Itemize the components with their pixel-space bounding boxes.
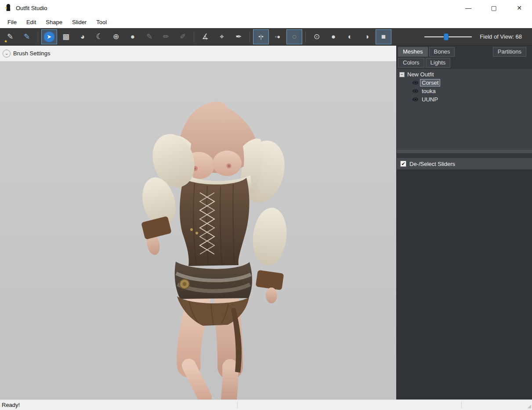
smooth-blob-icon: ● [130, 33, 135, 40]
field-of-view-slider[interactable] [424, 32, 472, 41]
move-icon: ⊕ [113, 33, 119, 40]
solid-sphere-icon: ● [331, 33, 336, 40]
pen-icon: ✒ [235, 33, 242, 40]
toggle-segment-mode[interactable]: ■ [376, 29, 391, 44]
tool-new-project[interactable]: ✎ ★ [2, 29, 18, 44]
brush-blue-icon: ✎ [24, 33, 30, 40]
tree-root-label: New Outfit [407, 71, 434, 78]
weight-brush-icon: ✎ [146, 33, 152, 40]
brush-settings-label: Brush Settings [13, 50, 51, 57]
outfit-model-render [0, 62, 396, 399]
toggle-ghost-mode[interactable]: ◑ [359, 29, 375, 44]
lit-sphere-icon: ◐ [348, 33, 352, 40]
tabs-row-2: Colors Lights [397, 57, 532, 68]
toolbar: ✎ ★ ✎ ➤ ▩ ◕ ☾ ⊕ ● ✎ ✏ ✐ ∡ ⌖ ✒ •|• ◦● [0, 28, 532, 46]
visibility-eye-icon[interactable] [412, 89, 419, 94]
close-button[interactable]: ✕ [507, 0, 532, 16]
tree-root-new-outfit[interactable]: − New Outfit [399, 71, 529, 78]
menu-slider[interactable]: Slider [67, 17, 91, 27]
sliders-list-area[interactable] [397, 169, 532, 399]
tool-alpha-brush[interactable]: ✐ [175, 29, 191, 44]
window-controls: — ▢ ✕ [456, 0, 532, 16]
panel-gap [397, 153, 532, 158]
alpha-brush-icon: ✐ [180, 33, 186, 40]
tree-item-uunp[interactable]: UUNP [412, 96, 529, 103]
deselect-sliders-label: De-/Select Sliders [409, 161, 455, 167]
tree-item-corset[interactable]: Corset [412, 79, 529, 86]
tree-item-touka[interactable]: touka [412, 88, 529, 94]
menu-tool[interactable]: Tool [91, 17, 112, 27]
toggle-lighting[interactable]: ◐ [342, 29, 358, 44]
deselect-sliders-checkbox[interactable]: ✔ [400, 161, 406, 167]
maximize-button[interactable]: ▢ [481, 0, 507, 16]
resize-grip-icon[interactable]: ◢ [528, 403, 531, 409]
deflate-crescent-icon: ☾ [96, 33, 102, 40]
pin-icon: ⌖ [220, 33, 224, 40]
mirror-icon: •|• [258, 34, 264, 40]
tree-item-label: UUNP [420, 96, 439, 103]
tool-smooth-brush[interactable]: ● [125, 29, 141, 44]
right-panel: Meshes Bones Partitions Colors Lights − … [397, 46, 532, 399]
tree-horizontal-scrollbar[interactable] [397, 150, 532, 153]
compass-icon: ∡ [202, 33, 208, 40]
menu-bar: File Edit Shape Slider Tool [0, 16, 532, 28]
minimize-button[interactable]: — [456, 0, 481, 16]
tree-item-label: Corset [420, 79, 440, 86]
field-of-view-label: Field of View: 68 [480, 33, 522, 40]
3d-canvas[interactable] [0, 62, 396, 399]
tool-select[interactable]: ➤ [41, 29, 57, 44]
brush-settings-header[interactable]: ⌄ Brush Settings [0, 46, 396, 61]
window-title: Outfit Studio [16, 5, 47, 11]
status-text: Ready! [2, 402, 20, 408]
status-bar: Ready! ◢ [0, 399, 532, 410]
cube-icon: ■ [381, 33, 386, 40]
tool-deflate-brush[interactable]: ☾ [91, 29, 107, 44]
viewport-3d: ⌄ Brush Settings [0, 46, 397, 399]
tool-load-project[interactable]: ✎ [19, 29, 35, 44]
toggle-connected-only[interactable]: ◦● [270, 29, 286, 44]
tab-colors[interactable]: Colors [398, 58, 424, 68]
tab-meshes[interactable]: Meshes [398, 47, 428, 57]
star-badge-icon: ★ [4, 39, 7, 43]
tab-bones[interactable]: Bones [429, 47, 455, 57]
two-spheres-icon: ◦● [275, 34, 280, 40]
mesh-tree: − New Outfit Corset touka UUNP [397, 69, 532, 153]
menu-file[interactable]: File [3, 17, 22, 27]
brush-star-icon: ✎ [7, 33, 13, 40]
status-separator [237, 402, 238, 408]
tool-mask-brush[interactable]: ▩ [58, 29, 74, 44]
tab-partitions[interactable]: Partitions [493, 47, 526, 57]
toggle-wireframe[interactable]: ● [326, 29, 341, 44]
tab-lights[interactable]: Lights [426, 58, 451, 68]
tree-expander-icon[interactable]: − [399, 72, 405, 77]
toolbar-divider [38, 31, 38, 43]
tool-color-brush[interactable]: ✏ [158, 29, 174, 44]
visibility-eye-icon[interactable] [412, 80, 419, 85]
toolbar-divider [305, 31, 306, 43]
toggle-x-mirror[interactable]: •|• [253, 29, 269, 44]
status-separator [461, 402, 462, 408]
title-bar: Outfit Studio — ▢ ✕ [0, 0, 532, 16]
app-icon [4, 4, 12, 12]
sliders-header: ✔ De-/Select Sliders [397, 158, 532, 169]
menu-edit[interactable]: Edit [22, 17, 41, 27]
tool-move-brush[interactable]: ⊕ [108, 29, 124, 44]
tool-weight-brush[interactable]: ✎ [141, 29, 157, 44]
menu-shape[interactable]: Shape [41, 17, 67, 27]
toggle-brush-collision[interactable]: ◌ [286, 29, 302, 44]
main-area: ⌄ Brush Settings [0, 46, 532, 399]
slider-thumb[interactable] [444, 33, 449, 40]
select-cursor-icon: ➤ [44, 32, 54, 42]
chevron-down-icon[interactable]: ⌄ [3, 50, 11, 58]
visibility-eye-icon[interactable] [412, 97, 419, 102]
tool-inflate-brush[interactable]: ◕ [75, 29, 90, 44]
color-brush-icon: ✏ [163, 33, 169, 40]
tool-transform[interactable]: ∡ [197, 29, 213, 44]
toolbar-divider [194, 31, 194, 43]
mask-square-icon: ▩ [62, 33, 69, 40]
tool-pin[interactable]: ⌖ [214, 29, 230, 44]
toolbar-divider [250, 31, 250, 43]
textured-sphere-icon: ⊙ [314, 33, 320, 40]
toggle-textures[interactable]: ⊙ [309, 29, 325, 44]
tool-vertex-edit[interactable]: ✒ [231, 29, 246, 44]
